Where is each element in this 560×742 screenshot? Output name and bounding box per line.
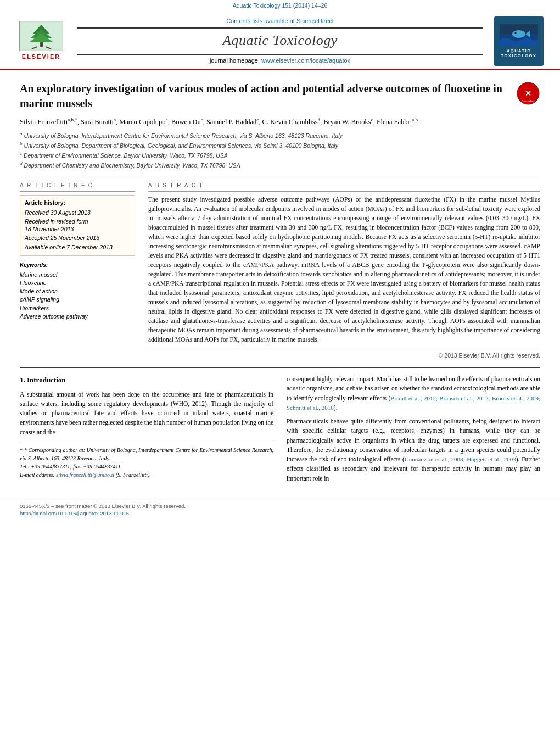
keywords-section: Keywords: Marine mussel Fluoxetine Mode … (20, 261, 135, 321)
journal-title-display: Aquatic Toxicology (77, 31, 483, 51)
keyword-camp: cAMP signaling (20, 295, 135, 304)
keywords-label: Keywords: (20, 261, 135, 269)
bottom-bar: 0166-445X/$ – see front matter © 2013 El… (0, 499, 560, 521)
elsevier-tree-image (19, 21, 63, 51)
abstract-text: The present study investigated possible … (148, 195, 540, 344)
header-center: Contents lists available at ScienceDirec… (66, 17, 494, 65)
sciencedirect-link[interactable]: Contents lists available at ScienceDirec… (77, 17, 483, 25)
article-history-box: Article history: Received 30 August 2013… (20, 195, 135, 256)
page-wrapper: Aquatic Toxicology 151 (2014) 14–26 (0, 0, 560, 521)
footnote-corresponding: * Corresponding author at: University of… (20, 447, 273, 461)
online-date: Available online 7 December 2013 (25, 243, 130, 251)
affiliation-d: d Department of Chemistry and Biochemist… (20, 160, 540, 170)
body-col-right: consequent highly relevant impact. Much … (287, 375, 540, 488)
journal-homepage: journal homepage: www.elsevier.com/locat… (77, 57, 483, 65)
content-area: An exploratory investigation of various … (0, 70, 560, 499)
keyword-mode-of-action: Mode of action (20, 287, 135, 295)
intro-heading: 1. Introduction (20, 375, 273, 386)
journal-citation: Aquatic Toxicology 151 (2014) 14–26 (233, 2, 328, 9)
article-title: An exploratory investigation of various … (20, 81, 507, 111)
footnote-tel: Tel.: +39 0544f837311; fax: +39 05448374… (20, 462, 273, 471)
body-divider (20, 367, 540, 368)
aquatic-logo-text: AQUATICTOXICOLOGY (501, 48, 537, 58)
affiliations: a University of Bologna, Interdepartment… (20, 131, 540, 169)
history-title: Article history: (25, 199, 130, 207)
elsevier-label: ELSEVIER (22, 53, 60, 61)
footnote-asterisk: * (20, 447, 24, 453)
copyright: © 2013 Elsevier B.V. All rights reserved… (148, 349, 540, 360)
ref-gunnarsson[interactable]: Gunnarsson et al., 2008; Huggett et al.,… (405, 456, 516, 462)
svg-text:CrossMark: CrossMark (522, 99, 535, 103)
right-column: A B S T R A C T The present study invest… (148, 182, 540, 360)
intro-para-1: A substantial amount of work has been do… (20, 390, 273, 437)
homepage-url[interactable]: www.elsevier.com/locate/aquatox (261, 57, 350, 64)
svg-text:✕: ✕ (525, 90, 531, 98)
email-label: E-mail address: (20, 472, 56, 478)
bottom-license: 0166-445X/$ – see front matter © 2013 El… (20, 503, 186, 509)
header-lines: Aquatic Toxicology (77, 27, 483, 55)
revised-date: Received in revised form18 November 2013 (25, 217, 130, 233)
body-col-left: 1. Introduction A substantial amount of … (20, 375, 273, 488)
authors-line: Silvia Franzellittia,b,*, Sara Burattia,… (20, 116, 540, 127)
keyword-fluoxetine: Fluoxetine (20, 279, 135, 287)
footnote-email: E-mail address: silvia.franzellitti@unib… (20, 471, 273, 479)
svg-point-10 (515, 32, 517, 34)
article-info-abstract: A R T I C L E I N F O Article history: R… (20, 176, 540, 360)
left-column: A R T I C L E I N F O Article history: R… (20, 182, 135, 360)
footnote-section: * * Corresponding author at: University … (20, 443, 273, 479)
intro-para-2: consequent highly relevant impact. Much … (287, 375, 540, 412)
received-date: Received 30 August 2013 (25, 209, 130, 216)
sciencedirect-label: ScienceDirect (296, 18, 334, 24)
affiliation-b: b University of Bologna, Department of B… (20, 141, 540, 150)
article-info-label: A R T I C L E I N F O (20, 182, 135, 192)
aquatic-logo: AQUATICTOXICOLOGY (494, 16, 544, 66)
email-attribution: (S. Franzellitti). (116, 472, 151, 478)
homepage-label: journal homepage: (210, 57, 260, 64)
keyword-aop: Adverse outcome pathway (20, 313, 135, 321)
journal-top-line: Aquatic Toxicology 151 (2014) 14–26 (0, 0, 560, 12)
abstract-label: A B S T R A C T (148, 182, 540, 192)
intro-para-3: Pharmaceuticals behave quite differently… (287, 417, 540, 483)
accepted-date: Accepted 25 November 2013 (25, 234, 130, 242)
article-title-section: An exploratory investigation of various … (20, 78, 540, 111)
body-columns: 1. Introduction A substantial amount of … (20, 375, 540, 488)
elsevier-logo: ELSEVIER (16, 21, 66, 61)
keyword-marine-mussel: Marine mussel (20, 271, 135, 279)
ref-boxall[interactable]: Boxall et al., 2012; Brausch et al., 201… (287, 395, 540, 411)
affiliation-c: c Department of Environmental Science, B… (20, 150, 540, 160)
journal-header: ELSEVIER Contents lists available at Sci… (0, 12, 560, 70)
contents-label: Contents lists available at (226, 18, 295, 24)
svg-point-8 (512, 30, 525, 38)
doi-link[interactable]: http://dx.doi.org/10.1016/j.aquatox.2013… (20, 510, 129, 516)
footnote-star-line: * * Corresponding author at: University … (20, 446, 273, 462)
affiliation-a: a University of Bologna, Interdepartment… (20, 131, 540, 140)
keyword-biomarkers: Biomarkers (20, 304, 135, 313)
crossmark-badge: ✕ CrossMark (516, 81, 540, 105)
email-link[interactable]: silvia.franzellitti@unibo.it (56, 472, 114, 478)
